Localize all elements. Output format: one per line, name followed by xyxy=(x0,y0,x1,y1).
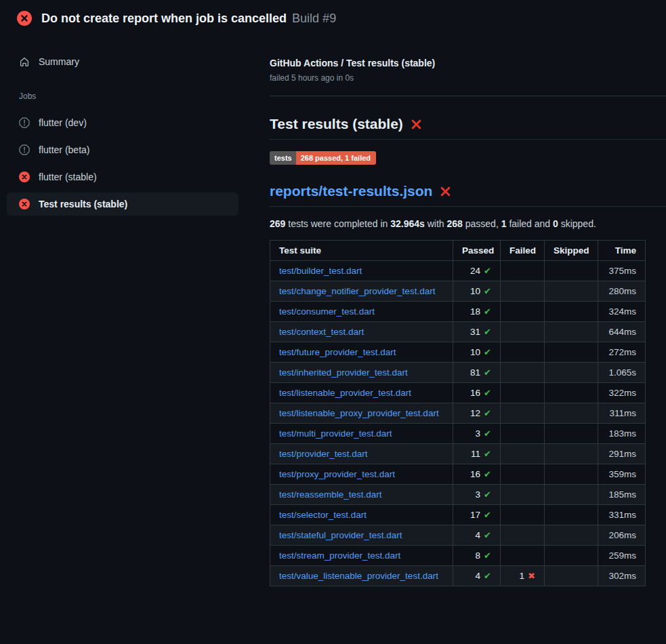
skipped-cell xyxy=(545,505,598,525)
passed-cell: 17✔ xyxy=(453,505,501,525)
skipped-cell xyxy=(545,566,598,586)
test-suite-link[interactable]: test/builder_test.dart xyxy=(279,266,362,276)
column-header: Test suite xyxy=(270,241,453,261)
skipped-cell xyxy=(545,424,598,444)
test-suite-row: test/builder_test.dart24✔375ms xyxy=(270,261,646,281)
test-suite-link[interactable]: test/stream_provider_test.dart xyxy=(279,550,400,561)
check-icon: ✔ xyxy=(484,408,491,418)
test-suite-row: test/stateful_provider_test.dart4✔206ms xyxy=(270,525,646,546)
test-suite-link[interactable]: test/change_notifier_provider_test.dart xyxy=(279,286,435,296)
passed-cell: 4✔ xyxy=(453,525,501,546)
sidebar-job-item[interactable]: flutter (beta) xyxy=(7,138,238,161)
time-cell: 183ms xyxy=(598,424,646,444)
passed-cell: 3✔ xyxy=(453,485,501,505)
time-cell: 185ms xyxy=(598,485,646,505)
time-cell: 259ms xyxy=(598,546,646,566)
tests-badge[interactable]: tests 268 passed, 1 failed xyxy=(270,151,376,165)
test-suite-link[interactable]: test/provider_test.dart xyxy=(279,449,368,459)
test-suite-link[interactable]: test/selector_test.dart xyxy=(279,510,367,520)
check-icon: ✔ xyxy=(484,266,491,276)
x-circle-icon xyxy=(19,172,30,182)
sidebar-job-item[interactable]: Test results (stable) xyxy=(7,193,238,216)
time-cell: 1.065s xyxy=(598,363,646,383)
summary-segment: 1 xyxy=(501,218,507,229)
test-suite-link[interactable]: test/listenable_provider_test.dart xyxy=(279,388,411,398)
suite-cell: test/future_provider_test.dart xyxy=(270,342,453,363)
time-cell: 280ms xyxy=(598,281,646,302)
table-header-row: Test suitePassedFailedSkippedTime xyxy=(270,241,646,261)
check-icon: ✔ xyxy=(484,449,491,459)
suite-cell: test/multi_provider_test.dart xyxy=(270,424,453,444)
test-summary-sentence: 269 tests were completed in 32.964s with… xyxy=(270,218,666,229)
failed-cell xyxy=(501,342,545,363)
test-suite-link[interactable]: test/reassemble_test.dart xyxy=(279,489,382,500)
suite-cell: test/context_test.dart xyxy=(270,322,453,342)
check-icon: ✔ xyxy=(484,306,491,317)
failed-cell xyxy=(501,383,545,403)
check-icon: ✔ xyxy=(484,347,491,357)
test-suite-link[interactable]: test/listenable_proxy_provider_test.dart xyxy=(279,408,439,418)
passed-cell: 81✔ xyxy=(453,363,501,383)
test-suite-link[interactable]: test/multi_provider_test.dart xyxy=(279,428,392,439)
sidebar-item-summary[interactable]: Summary xyxy=(7,50,238,73)
suite-cell: test/provider_test.dart xyxy=(270,444,453,464)
skipped-cell xyxy=(545,261,598,281)
test-suite-link[interactable]: test/stateful_provider_test.dart xyxy=(279,530,402,540)
summary-segment: 32.964s xyxy=(390,218,425,229)
skipped-cell xyxy=(545,444,598,464)
summary-segment: tests were completed in xyxy=(285,218,390,229)
failed-cell xyxy=(501,403,545,424)
column-header: Passed xyxy=(453,241,501,261)
check-icon: ✔ xyxy=(484,469,491,479)
passed-cell: 16✔ xyxy=(453,464,501,485)
test-suite-row: test/listenable_provider_test.dart16✔322… xyxy=(270,383,646,403)
test-suite-link[interactable]: test/inherited_provider_test.dart xyxy=(279,367,408,378)
summary-segment: with xyxy=(425,218,447,229)
failed-cell xyxy=(501,322,545,342)
failed-cell xyxy=(501,546,545,566)
test-suite-link[interactable]: test/value_listenable_provider_test.dart xyxy=(279,571,438,581)
test-suite-link[interactable]: test/future_provider_test.dart xyxy=(279,347,396,357)
passed-cell: 18✔ xyxy=(453,302,501,322)
check-icon: ✔ xyxy=(484,388,491,398)
results-table-body: test/builder_test.dart24✔375mstest/chang… xyxy=(270,261,646,586)
time-cell: 375ms xyxy=(598,261,646,281)
time-cell: 272ms xyxy=(598,342,646,363)
time-cell: 324ms xyxy=(598,302,646,322)
test-suite-link[interactable]: test/consumer_test.dart xyxy=(279,306,375,317)
test-suite-row: test/context_test.dart31✔644ms xyxy=(270,322,646,342)
check-run-title: GitHub Actions / Test results (stable) xyxy=(270,58,666,68)
sidebar-job-item[interactable]: flutter (stable) xyxy=(7,165,238,188)
failed-cell xyxy=(501,444,545,464)
test-suite-row: test/provider_test.dart11✔291ms xyxy=(270,444,646,464)
x-circle-icon xyxy=(17,11,32,26)
skipped-cell xyxy=(545,281,598,302)
sidebar-item-label: Summary xyxy=(39,56,79,67)
cross-mark-icon xyxy=(411,119,422,130)
test-suite-row: test/stream_provider_test.dart8✔259ms xyxy=(270,546,646,566)
failed-cell xyxy=(501,424,545,444)
section-heading-text: Test results (stable) xyxy=(270,116,403,132)
test-suite-link[interactable]: test/context_test.dart xyxy=(279,327,364,337)
passed-cell: 12✔ xyxy=(453,403,501,424)
failed-cell xyxy=(501,525,545,546)
suite-cell: test/stream_provider_test.dart xyxy=(270,546,453,566)
job-label: Test results (stable) xyxy=(39,199,127,209)
summary-segment: 269 xyxy=(270,218,285,229)
skipped-cell xyxy=(545,403,598,424)
build-header: Do not create report when job is cancell… xyxy=(0,0,666,35)
sidebar-job-item[interactable]: flutter (dev) xyxy=(7,111,238,134)
suite-cell: test/selector_test.dart xyxy=(270,505,453,525)
test-suite-link[interactable]: test/proxy_provider_test.dart xyxy=(279,469,395,479)
column-header: Time xyxy=(598,241,646,261)
time-cell: 331ms xyxy=(598,505,646,525)
test-suite-row: test/reassemble_test.dart3✔185ms xyxy=(270,485,646,505)
summary-segment: failed and xyxy=(507,218,554,229)
summary-segment: 268 xyxy=(447,218,463,229)
time-cell: 644ms xyxy=(598,322,646,342)
check-icon: ✔ xyxy=(484,428,491,439)
report-heading-link[interactable]: reports/test-results.json xyxy=(270,183,432,199)
skipped-cell xyxy=(545,383,598,403)
suite-cell: test/builder_test.dart xyxy=(270,261,453,281)
time-cell: 311ms xyxy=(598,403,646,424)
